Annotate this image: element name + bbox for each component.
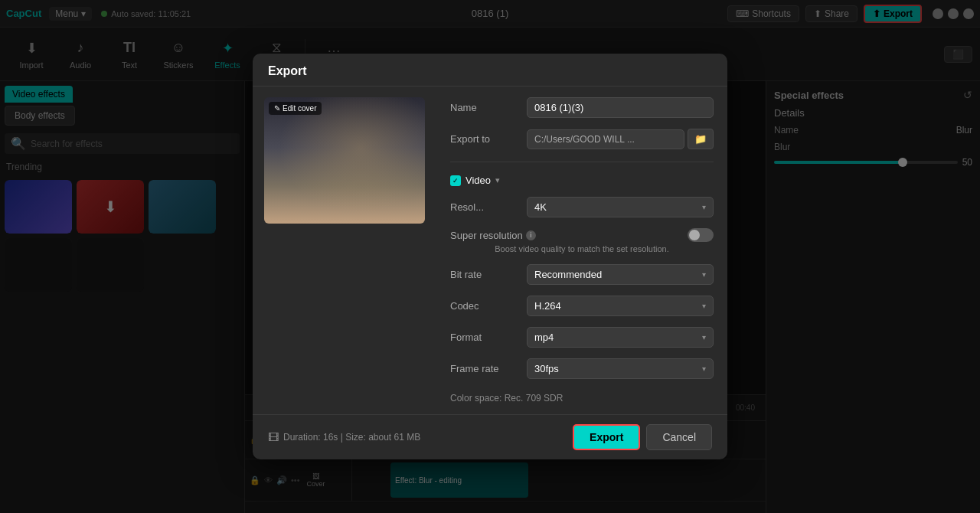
video-section-header: ✓ Video ▾ — [450, 175, 714, 186]
framerate-label: Frame rate — [450, 363, 519, 374]
name-row: Name — [450, 97, 714, 118]
video-checkbox[interactable]: ✓ — [450, 175, 461, 186]
toggle-thumb — [689, 230, 700, 240]
export-path-input[interactable] — [527, 129, 684, 149]
modal-cancel-button[interactable]: Cancel — [646, 424, 712, 450]
section-divider — [450, 162, 714, 162]
format-row: Format mp4 ▾ — [450, 327, 714, 348]
footer-info: 🎞 Duration: 16s | Size: about 61 MB — [268, 431, 420, 443]
chevron-down-icon: ▾ — [702, 270, 706, 279]
color-space-label: Color space: Rec. 709 SDR — [450, 393, 714, 404]
modal-header: Export — [253, 54, 727, 87]
framerate-select[interactable]: 30fps ▾ — [527, 358, 714, 379]
modal-title: Export — [268, 64, 307, 77]
super-res-label: Super resolution i — [450, 230, 536, 241]
name-input[interactable] — [527, 97, 714, 118]
resolution-label: Resol... — [450, 201, 519, 213]
chevron-down-icon: ▾ — [702, 302, 706, 310]
film-icon: 🎞 — [268, 431, 279, 443]
super-res-toggle[interactable] — [688, 228, 714, 242]
format-select[interactable]: mp4 ▾ — [527, 327, 714, 348]
codec-select[interactable]: H.264 ▾ — [527, 296, 714, 316]
bitrate-select[interactable]: Recommended ▾ — [527, 264, 714, 285]
codec-row: Codec H.264 ▾ — [450, 296, 714, 316]
modal-footer: 🎞 Duration: 16s | Size: about 61 MB Expo… — [253, 414, 727, 459]
resolution-select[interactable]: 4K ▾ — [527, 197, 714, 217]
export-path-container: 📁 — [527, 129, 714, 149]
edit-cover-button[interactable]: ✎ Edit cover — [269, 102, 322, 115]
codec-label: Codec — [450, 300, 519, 312]
preview-image — [264, 97, 425, 224]
folder-picker-button[interactable]: 📁 — [688, 129, 714, 149]
modal-export-button[interactable]: Export — [573, 424, 640, 450]
format-label: Format — [450, 332, 519, 343]
export-to-row: Export to 📁 — [450, 129, 714, 149]
bitrate-row: Bit rate Recommended ▾ — [450, 264, 714, 285]
chevron-down-icon: ▾ — [702, 203, 706, 211]
bitrate-label: Bit rate — [450, 269, 519, 280]
super-res-description: Boost video quality to match the set res… — [495, 244, 668, 253]
chevron-down-icon: ▾ — [702, 364, 706, 373]
footer-actions: Export Cancel — [573, 424, 712, 450]
chevron-down-icon: ▾ — [702, 333, 706, 341]
super-resolution-row: Super resolution i Boost video quality t… — [450, 228, 714, 253]
modal-body: ✎ Edit cover Name Export to 📁 — [253, 87, 727, 414]
resolution-row: Resol... 4K ▾ — [450, 197, 714, 217]
export-modal: Export ✎ Edit cover Name — [253, 54, 727, 459]
preview-thumbnail: ✎ Edit cover — [264, 97, 425, 224]
video-collapse-icon: ▾ — [495, 175, 500, 185]
modal-preview: ✎ Edit cover — [253, 87, 436, 414]
modal-form: Name Export to 📁 ✓ Video ▾ — [436, 87, 727, 414]
duration-size-label: Duration: 16s | Size: about 61 MB — [283, 432, 420, 443]
modal-overlay: Export ✎ Edit cover Name — [0, 0, 980, 513]
export-to-label: Export to — [450, 133, 519, 145]
name-field-label: Name — [450, 102, 519, 113]
framerate-row: Frame rate 30fps ▾ — [450, 358, 714, 379]
info-icon: i — [526, 230, 536, 240]
